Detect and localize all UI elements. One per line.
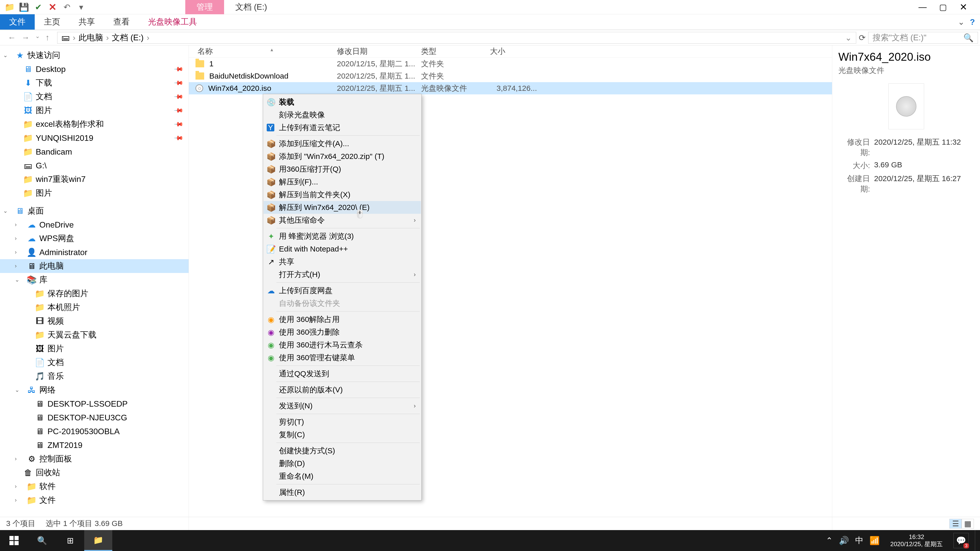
ctx-mount[interactable]: 💿装载 [264, 96, 421, 108]
volume-icon[interactable]: 🔊 [839, 536, 849, 545]
address-dropdown-icon[interactable]: ⌄ [845, 33, 852, 43]
ribbon-expand-icon[interactable]: ⌄ [958, 17, 965, 27]
help-icon[interactable]: ? [970, 17, 975, 27]
nav-folder[interactable]: 📁excel表格制作求和📌 [0, 118, 189, 131]
ctx-360-delete[interactable]: ◉使用 360强力删除 [264, 326, 421, 338]
view-tab[interactable]: 查看 [104, 14, 139, 30]
up-button[interactable]: ↑ [45, 33, 49, 42]
nav-documents[interactable]: 📄文档 [0, 356, 189, 369]
address-bar[interactable]: 🖴 › 此电脑 › 文档 (E:) › ⌄ [57, 32, 856, 44]
col-name[interactable]: 名称 [189, 46, 337, 57]
ctx-cut[interactable]: 剪切(T) [264, 416, 421, 428]
ctx-rename[interactable]: 重命名(M) [264, 470, 421, 483]
col-date[interactable]: 修改日期 [337, 46, 421, 57]
clock[interactable]: 16:32 2020/12/25, 星期五 [886, 534, 947, 548]
chevron-down-icon[interactable]: ⌄ [3, 208, 10, 214]
ctx-restore[interactable]: 还原以前的版本(V) [264, 383, 421, 396]
back-button[interactable]: ← [8, 33, 16, 42]
ctx-copy[interactable]: 复制(C) [264, 428, 421, 441]
nav-recycle-bin[interactable]: 🗑回收站 [0, 466, 189, 480]
nav-control-panel[interactable]: ›⚙控制面板 [0, 452, 189, 466]
chevron-right-icon[interactable]: › [147, 33, 150, 42]
chevron-down-icon[interactable]: ⌄ [15, 387, 21, 393]
share-tab[interactable]: 共享 [69, 14, 104, 30]
forward-button[interactable]: → [21, 33, 30, 42]
nav-network-pc[interactable]: 🖥ZMT2019 [0, 438, 189, 452]
chevron-right-icon[interactable]: › [15, 497, 21, 503]
qat-dropdown-icon[interactable]: ▾ [76, 2, 86, 12]
delete-x-icon[interactable]: ✕ [48, 2, 58, 12]
nav-folder[interactable]: 📁YUNQISHI2019📌 [0, 131, 189, 145]
ctx-send-to[interactable]: 发送到(N)› [264, 400, 421, 412]
nav-folder[interactable]: 📁本机照片 [0, 300, 189, 314]
disc-tools-tab[interactable]: 光盘映像工具 [139, 14, 206, 30]
nav-this-pc[interactable]: ›🖥此电脑 [0, 259, 189, 273]
details-view-button[interactable]: ☰ [950, 519, 962, 529]
explorer-taskbar-button[interactable]: 📁 [84, 530, 112, 551]
nav-folder[interactable]: ›📁软件 [0, 480, 189, 493]
ctx-qq-send[interactable]: 通过QQ发送到 [264, 367, 421, 380]
nav-folder[interactable]: 📁图片 [0, 186, 189, 200]
chevron-down-icon[interactable]: ⌄ [15, 276, 21, 283]
chevron-right-icon[interactable]: › [15, 249, 21, 256]
nav-pictures[interactable]: 🖼图片 [0, 342, 189, 356]
ctx-open-360[interactable]: 📦用360压缩打开(Q) [264, 163, 421, 176]
nav-network[interactable]: ⌄🖧网络 [0, 383, 189, 397]
ctx-360-manage[interactable]: ◉使用 360管理右键菜单 [264, 351, 421, 364]
ctx-bee-browser[interactable]: ✦用 蜂蜜浏览器 浏览(3) [264, 230, 421, 243]
chevron-right-icon[interactable]: › [106, 33, 109, 42]
col-size[interactable]: 大小 [490, 46, 541, 57]
action-center-button[interactable]: 💬3 [953, 533, 969, 548]
chevron-right-icon[interactable]: › [15, 263, 21, 269]
nav-desktop-root[interactable]: ⌄🖥桌面 [0, 204, 189, 218]
nav-network-pc[interactable]: 🖥DESKTOP-LSSOEDP [0, 397, 189, 411]
file-tab[interactable]: 文件 [0, 14, 35, 30]
col-type[interactable]: 类型 [421, 46, 490, 57]
ctx-baidu[interactable]: ☁上传到百度网盘 [264, 284, 421, 297]
file-row[interactable]: 1 2020/12/15, 星期二 1... 文件夹 [189, 58, 832, 70]
ctx-youdao[interactable]: Y上传到有道云笔记 [264, 121, 421, 134]
show-desktop-button[interactable] [975, 530, 978, 551]
ctx-open-with[interactable]: 打开方式(H)› [264, 268, 421, 281]
nav-folder[interactable]: 📁保存的图片 [0, 287, 189, 300]
home-tab[interactable]: 主页 [35, 14, 69, 30]
ctx-extract-to-folder[interactable]: 📦解压到 Win7x64_2020\ (E) [264, 201, 421, 214]
nav-user[interactable]: ›👤Administrator [0, 245, 189, 259]
file-row[interactable]: BaiduNetdiskDownload 2020/12/25, 星期五 1..… [189, 70, 832, 82]
nav-network-pc[interactable]: 🖥DESKTOP-NJEU3CG [0, 411, 189, 424]
ctx-share[interactable]: ↗共享 [264, 256, 421, 268]
ctx-extract-here[interactable]: 📦解压到当前文件夹(X) [264, 188, 421, 201]
nav-downloads[interactable]: ⬇下载📌 [0, 76, 189, 90]
ctx-shortcut[interactable]: 创建快捷方式(S) [264, 445, 421, 457]
quick-access[interactable]: ⌄★快速访问 [0, 48, 189, 62]
maximize-button[interactable]: ▢ [934, 2, 952, 12]
nav-onedrive[interactable]: ›☁OneDrive [0, 218, 189, 232]
search-button[interactable]: 🔍 [28, 530, 56, 551]
nav-music[interactable]: 🎵音乐 [0, 369, 189, 383]
icons-view-button[interactable]: ▦ [962, 519, 974, 529]
chevron-right-icon[interactable]: › [15, 221, 21, 228]
history-dropdown-icon[interactable]: ⌄ [35, 33, 40, 42]
breadcrumb-root[interactable]: 此电脑 [79, 32, 103, 43]
search-input[interactable]: 搜索"文档 (E:)" 🔍 [868, 32, 978, 44]
ctx-delete[interactable]: 删除(D) [264, 457, 421, 470]
ctx-extract[interactable]: 📦解压到(F)... [264, 176, 421, 188]
minimize-button[interactable]: — [914, 2, 932, 12]
ctx-burn[interactable]: 刻录光盘映像 [264, 108, 421, 121]
ctx-360-unlock[interactable]: ◉使用 360解除占用 [264, 313, 421, 326]
ctx-add-zip[interactable]: 📦添加到 "Win7x64_2020.zip" (T) [264, 150, 421, 163]
ctx-properties[interactable]: 属性(R) [264, 486, 421, 499]
ctx-other-archive[interactable]: 📦其他压缩命令› [264, 214, 421, 227]
refresh-button[interactable]: ⟳ [859, 33, 865, 43]
undo-icon[interactable]: ↶ [62, 2, 72, 12]
network-icon[interactable]: 📶 [870, 536, 880, 545]
file-row-selected[interactable]: Win7x64_2020.iso 2020/12/25, 星期五 1... 光盘… [189, 82, 832, 94]
nav-desktop[interactable]: 🖥Desktop📌 [0, 62, 189, 76]
tray-expand-icon[interactable]: ⌃ [826, 536, 833, 545]
ctx-notepad[interactable]: 📝Edit with Notepad++ [264, 243, 421, 256]
nav-network-pc[interactable]: 🖥PC-20190530OBLA [0, 424, 189, 438]
nav-documents[interactable]: 📄文档📌 [0, 90, 189, 103]
nav-drive[interactable]: 🖴G:\ [0, 159, 189, 172]
nav-wps[interactable]: ›☁WPS网盘 [0, 232, 189, 245]
chevron-down-icon[interactable]: ⌄ [3, 52, 10, 59]
